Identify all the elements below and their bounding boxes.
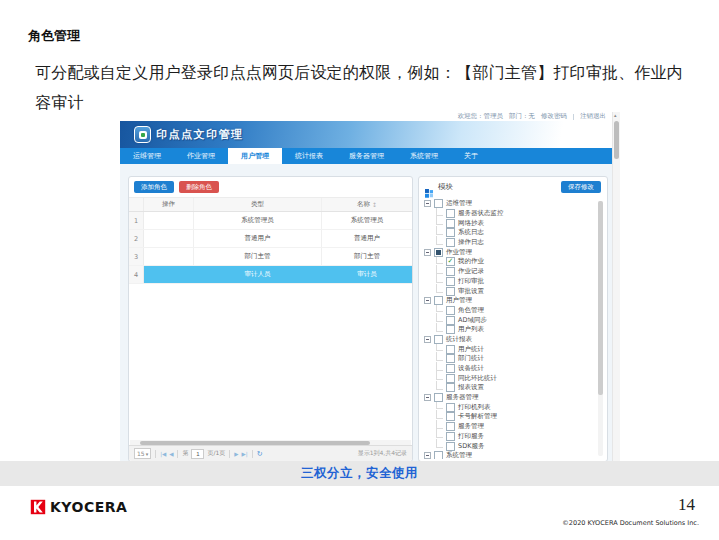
expander-icon[interactable] — [424, 452, 431, 459]
tree-item[interactable]: 运维管理 — [424, 199, 595, 209]
tree-connector — [436, 274, 443, 283]
expander-icon[interactable] — [424, 249, 431, 256]
checkbox[interactable] — [446, 403, 455, 412]
add-role-button[interactable]: 添加角色 — [134, 181, 174, 193]
nav-tab[interactable]: 用户管理 — [228, 148, 282, 164]
tree-item[interactable]: 打印审批 — [424, 277, 595, 287]
column-type[interactable]: 类型 — [194, 198, 322, 211]
tree-item[interactable]: 部门统计 — [424, 354, 595, 364]
checkbox[interactable] — [434, 335, 443, 344]
tree-connector — [436, 429, 443, 438]
checkbox[interactable] — [446, 209, 455, 218]
app-scrollbar[interactable] — [612, 112, 620, 461]
page-number-input[interactable] — [191, 449, 204, 459]
checkbox[interactable] — [446, 257, 455, 266]
checkbox[interactable] — [446, 412, 455, 421]
tree-item[interactable]: 系统日志 — [424, 228, 595, 238]
tree-item[interactable]: 报表设置 — [424, 383, 595, 393]
divider — [229, 450, 230, 458]
checkbox[interactable] — [446, 422, 455, 431]
tree-item[interactable]: 打印服务 — [424, 432, 595, 442]
checkbox[interactable] — [446, 364, 455, 373]
tree-item[interactable]: 作业管理 — [424, 247, 595, 257]
tree-item[interactable]: 卡号解析管理 — [424, 412, 595, 422]
checkbox[interactable] — [446, 383, 455, 392]
checkbox[interactable] — [446, 267, 455, 276]
tree-item[interactable]: 系统管理 — [424, 451, 595, 459]
expander-icon[interactable] — [424, 297, 431, 304]
系统管理员[interactable]: 1 系统管理员 系统管理员 — [129, 212, 412, 230]
checkbox[interactable] — [434, 296, 443, 305]
prev-page-button[interactable] — [169, 451, 173, 457]
last-page-button[interactable] — [242, 451, 248, 457]
tree-item[interactable]: 用户列表 — [424, 325, 595, 335]
checkbox[interactable] — [446, 432, 455, 441]
checkbox[interactable] — [446, 325, 455, 334]
column-name[interactable]: 名称 — [322, 198, 412, 211]
checkbox[interactable] — [446, 345, 455, 354]
expander-icon[interactable] — [424, 394, 431, 401]
sort-icon[interactable] — [370, 201, 377, 208]
scrollbar-thumb[interactable] — [598, 201, 603, 395]
checkbox[interactable] — [434, 248, 443, 257]
next-page-button[interactable] — [234, 451, 238, 457]
tree-item[interactable]: 操作日志 — [424, 238, 595, 248]
checkbox[interactable] — [434, 451, 443, 459]
change-password-link[interactable]: 修改密码 — [541, 112, 567, 121]
nav-tab[interactable]: 系统管理 — [397, 148, 451, 164]
tree-item[interactable]: 设备统计 — [424, 364, 595, 374]
column-operation[interactable]: 操作 — [144, 198, 194, 211]
checkbox[interactable] — [446, 277, 455, 286]
普通用户[interactable]: 2 普通用户 普通用户 — [129, 230, 412, 248]
tree-item[interactable]: 网络抄表 — [424, 218, 595, 228]
checkbox[interactable] — [446, 228, 455, 237]
nav-tab-label: 运维管理 — [133, 151, 161, 161]
checkbox[interactable] — [434, 393, 443, 402]
checkbox[interactable] — [446, 238, 455, 247]
scrollbar-thumb[interactable] — [614, 121, 619, 159]
page-size-select[interactable]: 15 — [134, 448, 151, 459]
tree-item[interactable]: 打印机列表 — [424, 402, 595, 412]
slide-body-line-1: 可分配或自定义用户登录印点点网页后设定的权限，例如：【部门主管】打印审批、作业内 — [35, 58, 700, 88]
checkbox[interactable] — [446, 287, 455, 296]
logout-link[interactable]: 注销退出 — [580, 112, 606, 121]
tree-item[interactable]: 服务器管理 — [424, 393, 595, 403]
tree-item[interactable]: 同比环比统计 — [424, 373, 595, 383]
tree-connector — [436, 439, 443, 448]
tree-item[interactable]: 服务管理 — [424, 422, 595, 432]
tree-item[interactable]: SDK服务 — [424, 441, 595, 451]
delete-role-button[interactable]: 删除角色 — [179, 181, 219, 193]
nav-tab[interactable]: 作业管理 — [174, 148, 228, 164]
checkbox[interactable] — [446, 442, 455, 451]
checkbox[interactable] — [446, 316, 455, 325]
checkbox[interactable] — [434, 199, 443, 208]
tree-item[interactable]: 服务器状态监控 — [424, 209, 595, 219]
tree-item[interactable]: 我的作业 — [424, 257, 595, 267]
tree-item[interactable]: 统计报表 — [424, 335, 595, 345]
tree-item[interactable]: AD域同步 — [424, 315, 595, 325]
tree-scrollbar[interactable] — [598, 201, 603, 456]
部门主管[interactable]: 3 部门主管 部门主管 — [129, 248, 412, 266]
save-changes-button[interactable]: 保存修改 — [561, 181, 601, 193]
nav-tab[interactable]: 关于 — [451, 148, 491, 164]
tree-item[interactable]: 用户管理 — [424, 296, 595, 306]
tree-item[interactable]: 用户统计 — [424, 344, 595, 354]
page-size-value: 15 — [137, 450, 145, 457]
expander-icon[interactable] — [424, 336, 431, 343]
checkbox[interactable] — [446, 219, 455, 228]
nav-tab[interactable]: 服务器管理 — [336, 148, 397, 164]
tree-item[interactable]: 作业记录 — [424, 267, 595, 277]
审计员[interactable]: 4 审计人员 审计员 — [129, 266, 412, 284]
refresh-button[interactable] — [257, 450, 263, 458]
nav-tab[interactable]: 运维管理 — [120, 148, 174, 164]
expander-icon[interactable] — [424, 200, 431, 207]
row-number: 3 — [129, 248, 144, 265]
nav-tab[interactable]: 统计报表 — [282, 148, 336, 164]
checkbox[interactable] — [446, 306, 455, 315]
checkbox[interactable] — [446, 354, 455, 363]
first-page-button[interactable] — [160, 451, 166, 457]
page-number: 14 — [678, 495, 695, 515]
tree-item[interactable]: 角色管理 — [424, 306, 595, 316]
checkbox[interactable] — [446, 374, 455, 383]
tree-item[interactable]: 审批设置 — [424, 286, 595, 296]
